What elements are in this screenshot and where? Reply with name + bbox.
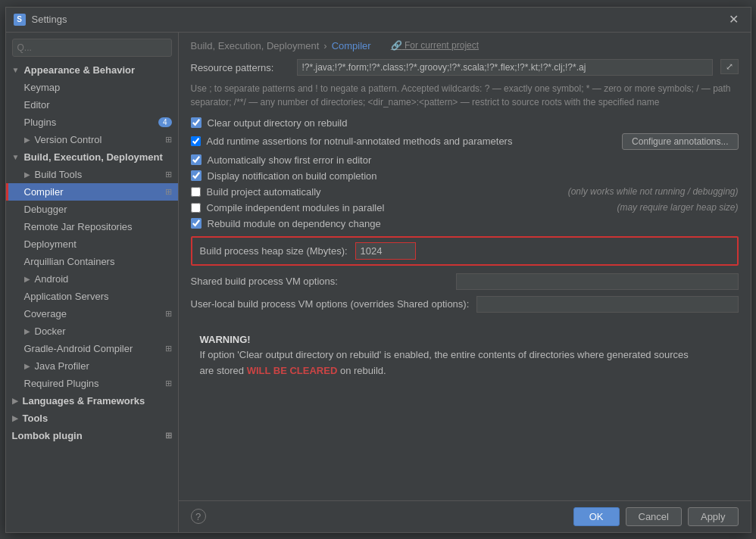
sidebar-label-build-tools: Build Tools [35,169,83,180]
sidebar-item-editor[interactable]: Editor [6,96,178,114]
sidebar-label-docker: Docker [35,326,66,337]
rebuild-module-checkbox[interactable] [191,218,201,229]
resource-patterns-row: Resource patterns: ⤢ [191,59,739,76]
lombok-icon: ⊞ [165,431,172,441]
breadcrumb-link[interactable]: 🔗 For current project [391,40,479,51]
configure-annotations-button[interactable]: Configure annotations... [622,133,738,150]
sidebar-label-java-profiler: Java Profiler [35,360,89,372]
checkbox-display-notification: Display notification on build completion [191,170,739,182]
sidebar-item-languages-frameworks[interactable]: ▶ Languages & Frameworks [6,392,178,410]
sidebar-label-arquillian: Arquillian Containers [24,256,115,267]
sidebar-item-deployment[interactable]: Deployment [6,235,178,253]
sidebar-item-java-profiler[interactable]: ▶ Java Profiler [6,357,178,375]
help-text: Use ; to separate patterns and ! to nega… [191,82,739,109]
show-first-error-label: Automatically show first error in editor [208,154,372,166]
build-tools-icon: ⊞ [165,170,172,179]
build-auto-note: (only works while not running / debuggin… [568,186,739,197]
build-auto-label: Build project automatically [207,186,321,198]
sidebar-label-keymap: Keymap [24,82,61,93]
sidebar-item-android[interactable]: ▶ Android [6,270,178,288]
sidebar-label-gradle-android: Gradle-Android Compiler [24,343,133,354]
arrow-icon-build: ▼ [12,153,20,161]
arrow-icon-java-profiler: ▶ [24,362,30,370]
close-button[interactable]: ✕ [724,12,743,27]
sidebar-label-appearance-behavior: Appearance & Behavior [23,64,135,76]
warning-text2: are stored WILL BE CLEARED on rebuild. [200,363,729,379]
sidebar-item-debugger[interactable]: Debugger [6,201,178,218]
arrow-icon-android: ▶ [24,275,30,283]
sidebar-item-compiler[interactable]: Compiler ⊞ [6,183,178,201]
sidebar-item-build-tools[interactable]: ▶ Build Tools ⊞ [6,166,178,183]
sidebar-label-build: Build, Execution, Deployment [23,151,162,163]
display-notification-label: Display notification on build completion [208,170,377,182]
sidebar-item-appearance-behavior[interactable]: ▼ Appearance & Behavior [6,61,178,79]
shared-vm-input[interactable] [456,273,739,290]
sidebar-item-version-control[interactable]: ▶ Version Control ⊞ [6,131,178,148]
user-vm-label: User-local build process VM options (ove… [191,298,470,310]
sidebar-label-tools: Tools [23,413,48,424]
runtime-assertions-checkbox[interactable] [191,136,201,146]
sidebar-item-docker[interactable]: ▶ Docker [6,322,178,340]
breadcrumb-separator: › [323,40,326,51]
resource-patterns-input[interactable] [297,59,713,76]
sidebar-item-remote-jar[interactable]: Remote Jar Repositories [6,218,178,235]
rebuild-module-label: Rebuild module on dependency change [208,218,381,229]
warning-box: WARNING! If option 'Clear output directo… [191,325,739,387]
warning-title: WARNING! [200,332,729,348]
sidebar-item-keymap[interactable]: Keymap [6,79,178,96]
app-icon: S [14,14,26,26]
arrow-icon-tools: ▶ [12,414,18,422]
checkbox-clear-output: Clear output directory on rebuild [191,117,739,129]
heap-size-label: Build process heap size (Mbytes): [200,245,348,257]
sidebar-item-gradle-android[interactable]: Gradle-Android Compiler ⊞ [6,340,178,357]
build-auto-checkbox[interactable] [191,187,201,197]
sidebar-item-coverage[interactable]: Coverage ⊞ [6,305,178,322]
sidebar-item-build-execution-deployment[interactable]: ▼ Build, Execution, Deployment [6,148,178,166]
sidebar-label-application-servers: Application Servers [24,291,109,302]
checkbox-compile-independent: Compile independent modules in parallel … [191,202,739,213]
arrow-icon-docker: ▶ [24,327,30,335]
gradle-android-icon: ⊞ [165,344,172,354]
title-bar-left: S Settings [14,14,67,26]
search-box [6,33,178,61]
warning-text: If option 'Clear output directory on reb… [200,347,729,363]
sidebar-item-application-servers[interactable]: Application Servers [6,288,178,305]
sidebar-label-version-control: Version Control [35,134,102,145]
help-button[interactable]: ? [191,509,206,524]
breadcrumb-link-text: For current project [405,40,479,51]
compile-independent-note: (may require larger heap size) [617,202,738,213]
breadcrumb-path: Build, Execution, Deployment [191,40,320,51]
coverage-icon: ⊞ [165,309,172,319]
sidebar-item-arquillian[interactable]: Arquillian Containers [6,253,178,270]
heap-size-row: Build process heap size (Mbytes): [191,236,739,266]
compiler-icon: ⊞ [165,187,172,197]
cancel-button[interactable]: Cancel [626,507,682,526]
plugins-badge: 4 [158,117,172,127]
compile-independent-checkbox[interactable] [191,203,201,213]
apply-button[interactable]: Apply [688,507,739,526]
heap-size-input[interactable] [355,242,416,260]
warning-bold: WILL BE CLEARED [247,365,338,376]
shared-vm-label: Shared build process VM options: [191,276,448,287]
sidebar-item-tools[interactable]: ▶ Tools [6,410,178,427]
user-vm-input[interactable] [476,296,738,313]
checkbox-show-first-error: Automatically show first error in editor [191,154,739,166]
sidebar-label-editor: Editor [24,99,50,111]
clear-output-label: Clear output directory on rebuild [208,117,348,129]
show-first-error-checkbox[interactable] [191,154,201,165]
display-notification-checkbox[interactable] [191,170,201,181]
arrow-icon-lf: ▶ [12,397,18,405]
runtime-assertions-left: Add runtime assertions for notnull-annot… [191,136,513,147]
search-input[interactable] [12,39,172,57]
sidebar-item-required-plugins[interactable]: Required Plugins ⊞ [6,375,178,392]
sidebar-item-plugins[interactable]: Plugins 4 [6,114,178,131]
title-bar: S Settings ✕ [6,8,751,33]
sidebar: ▼ Appearance & Behavior Keymap Editor Pl… [6,33,179,532]
clear-output-checkbox[interactable] [191,117,201,128]
ok-button[interactable]: OK [573,507,620,526]
sidebar-item-lombok[interactable]: Lombok plugin ⊞ [6,427,178,444]
build-auto-left: Build project automatically [191,186,321,198]
expand-button[interactable]: ⤢ [720,59,739,74]
settings-dialog: S Settings ✕ ▼ Appearance & Behavior Key… [5,7,751,533]
bottom-bar: ? OK Cancel Apply [179,500,751,532]
